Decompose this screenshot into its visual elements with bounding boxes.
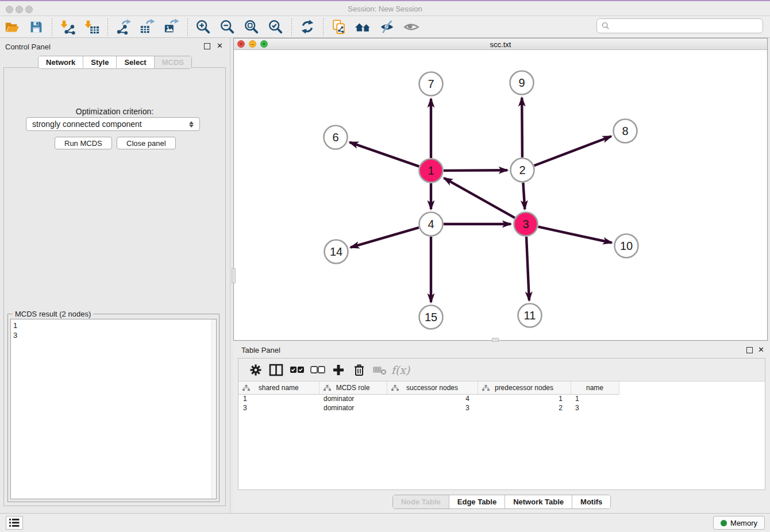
toolbar-separator [107, 18, 108, 36]
first-neighbors-icon[interactable] [353, 18, 373, 36]
hide-selected-icon[interactable] [378, 18, 397, 36]
tab-node-table[interactable]: Node Table [393, 495, 449, 508]
memory-status-icon [721, 520, 727, 526]
add-icon[interactable] [328, 361, 349, 379]
node-1[interactable]: 1 [419, 159, 443, 183]
apply-layout-icon[interactable] [298, 18, 317, 36]
column-header-MCDS-role[interactable]: MCDS role [319, 381, 387, 394]
panel-splitter-grip[interactable] [232, 268, 236, 283]
node-label: 2 [519, 164, 525, 176]
zoom-fit-icon[interactable] [242, 18, 261, 36]
column-header-filler [619, 381, 765, 394]
tab-mcds[interactable]: MCDS [155, 56, 191, 68]
edge-2-8[interactable] [534, 136, 611, 165]
node-4[interactable]: 4 [419, 213, 443, 236]
deselect-all-icon[interactable] [307, 361, 328, 379]
export-image-icon[interactable] [162, 18, 182, 36]
column-header-shared-name[interactable]: shared name [238, 381, 319, 394]
edge-3-11[interactable] [526, 237, 529, 300]
search-field[interactable] [596, 18, 763, 33]
network-window-titlebar[interactable]: ✕ – + scc.txt [234, 38, 767, 50]
tab-style[interactable]: Style [83, 56, 117, 68]
edge-1-6[interactable] [350, 142, 419, 167]
node-15[interactable]: 15 [419, 306, 443, 329]
control-panel: Control Panel ✕ NetworkStyleSelectMCDS O… [0, 38, 230, 513]
table-cell[interactable]: 1 [238, 394, 319, 403]
table-cell[interactable]: 2 [478, 403, 571, 413]
edge-2-9[interactable] [522, 98, 522, 157]
node-label: 1 [428, 164, 434, 177]
task-history-button[interactable] [6, 516, 23, 530]
tab-network[interactable]: Network [38, 56, 83, 68]
edge-3-10[interactable] [538, 227, 612, 243]
table-cell[interactable]: 4 [387, 394, 478, 403]
show-all-icon[interactable] [402, 18, 421, 36]
tab-select[interactable]: Select [117, 56, 154, 68]
edge-1-2[interactable] [444, 170, 507, 171]
node-label: 7 [428, 78, 434, 90]
table-cell[interactable]: dominator [319, 403, 387, 413]
tab-motifs[interactable]: Motifs [572, 495, 610, 508]
tab-edge-table[interactable]: Edge Table [449, 495, 505, 508]
column-header-predecessor-nodes[interactable]: predecessor nodes [478, 381, 571, 394]
float-table-panel-icon[interactable] [746, 347, 753, 353]
export-table-icon[interactable] [138, 18, 157, 36]
node-6[interactable]: 6 [324, 126, 348, 149]
node-9[interactable]: 9 [510, 71, 534, 95]
panel-splitter-grip-horizontal[interactable] [492, 338, 499, 342]
function-builder-icon[interactable]: f(x) [390, 361, 411, 379]
network-canvas[interactable]: 7968124314101511 [234, 50, 767, 340]
import-table-icon[interactable] [82, 18, 102, 36]
export-network-icon[interactable] [114, 18, 133, 36]
node-2[interactable]: 2 [511, 159, 534, 182]
zoom-selected-icon[interactable] [266, 18, 286, 36]
zoom-in-icon[interactable] [194, 18, 213, 36]
clone-network-icon[interactable] [329, 18, 349, 36]
column-header-name[interactable]: name [571, 381, 619, 394]
close-panel-button[interactable]: Close panel [117, 137, 176, 149]
table-cell[interactable]: 3 [238, 403, 319, 413]
open-file-icon[interactable] [2, 18, 22, 36]
node-table[interactable]: shared nameMCDS rolesuccessor nodesprede… [238, 381, 765, 413]
column-header-successor-nodes[interactable]: successor nodes [387, 381, 478, 394]
control-panel-title: Control Panel [5, 43, 51, 51]
table-cell[interactable]: 3 [387, 403, 478, 413]
close-table-panel-icon[interactable]: ✕ [758, 345, 764, 354]
result-scrollbar[interactable] [211, 319, 216, 499]
tab-network-table[interactable]: Network Table [505, 495, 572, 508]
node-14[interactable]: 14 [325, 240, 348, 264]
table-row[interactable]: 3dominator323 [238, 403, 765, 413]
column-settings-icon[interactable] [245, 361, 266, 379]
float-panel-icon[interactable] [204, 43, 210, 49]
mcds-result-text[interactable]: 1 3 [10, 319, 217, 499]
edge-4-14[interactable] [351, 228, 419, 248]
run-mcds-button[interactable]: Run MCDS [55, 137, 112, 149]
node-label: 4 [428, 218, 434, 230]
table-header-row[interactable]: shared nameMCDS rolesuccessor nodesprede… [238, 381, 765, 394]
import-network-icon[interactable] [58, 18, 78, 36]
table-cell[interactable]: dominator [319, 394, 387, 403]
memory-button[interactable]: Memory [713, 516, 765, 530]
save-session-icon[interactable] [26, 18, 46, 36]
search-input[interactable] [613, 22, 758, 30]
node-8[interactable]: 8 [614, 119, 637, 143]
table-cell[interactable]: 1 [571, 394, 619, 403]
select-all-icon[interactable] [287, 361, 307, 379]
node-10[interactable]: 10 [615, 234, 638, 258]
zoom-out-icon[interactable] [218, 18, 237, 36]
node-11[interactable]: 11 [518, 304, 542, 327]
node-7[interactable]: 7 [419, 72, 443, 96]
mcds-result-title: MCDS result (2 nodes) [13, 310, 93, 318]
criterion-select[interactable]: strongly connected component [26, 117, 200, 131]
delete-icon[interactable] [349, 361, 369, 379]
network-view-window: ✕ – + scc.txt 7968124314101511 [233, 38, 768, 341]
edge-3-1[interactable] [444, 178, 515, 218]
table-row[interactable]: 1dominator411 [238, 394, 765, 403]
table-cell[interactable]: 3 [571, 403, 619, 413]
node-3[interactable]: 3 [514, 213, 538, 236]
split-panel-icon[interactable] [266, 361, 287, 379]
delete-table-icon[interactable] [369, 361, 390, 379]
edge-2-3[interactable] [523, 183, 525, 209]
table-cell[interactable]: 1 [478, 394, 571, 403]
close-panel-icon[interactable]: ✕ [217, 41, 223, 50]
